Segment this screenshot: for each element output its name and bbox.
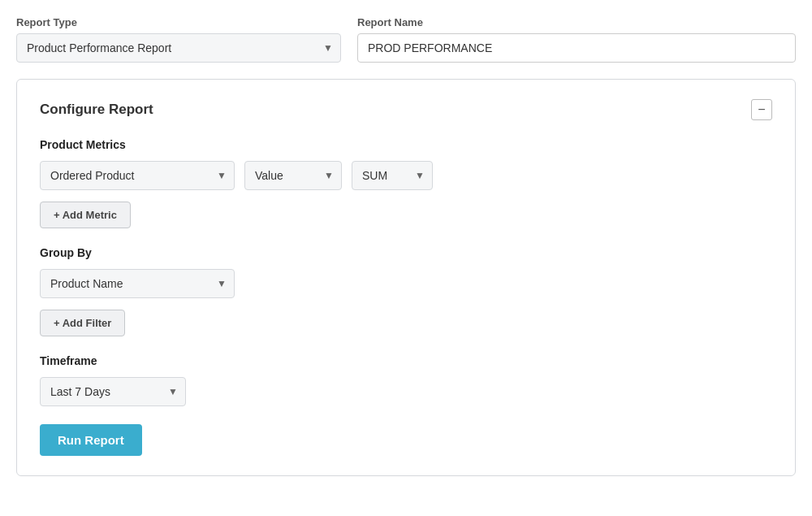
value-select-wrapper: Value Units Orders ▼ [244,161,342,190]
collapse-button[interactable]: − [751,99,772,120]
report-type-select-wrapper: Product Performance Report ▼ [16,33,341,63]
report-name-group: Report Name [357,16,796,63]
agg-select[interactable]: SUM AVG COUNT [352,161,433,190]
group-by-section: Group By Product Name ASIN SKU ▼ + Add F… [40,246,772,336]
group-by-select[interactable]: Product Name ASIN SKU [40,269,235,298]
configure-title: Configure Report [40,102,153,118]
product-metrics-label: Product Metrics [40,138,772,151]
timeframe-select-wrapper: Last 7 Days Last 14 Days Last 30 Days La… [40,377,186,406]
configure-card-header: Configure Report − [40,99,772,120]
run-report-button[interactable]: Run Report [40,424,142,456]
group-by-label: Group By [40,246,772,259]
group-by-select-wrapper: Product Name ASIN SKU ▼ [40,269,235,298]
configure-card: Configure Report − Product Metrics Order… [16,79,796,476]
value-select[interactable]: Value Units Orders [244,161,342,190]
product-metrics-section: Product Metrics Ordered Product Shipped … [40,138,772,228]
report-type-group: Report Type Product Performance Report ▼ [16,16,341,63]
timeframe-select[interactable]: Last 7 Days Last 14 Days Last 30 Days La… [40,377,186,406]
report-type-select[interactable]: Product Performance Report [16,33,341,63]
add-filter-button[interactable]: + Add Filter [40,310,125,336]
timeframe-label: Timeframe [40,354,772,367]
agg-select-wrapper: SUM AVG COUNT ▼ [352,161,433,190]
top-row: Report Type Product Performance Report ▼… [16,16,796,63]
metric-select[interactable]: Ordered Product Shipped Product Returned… [40,161,235,190]
report-type-label: Report Type [16,16,341,28]
metric-select-wrapper: Ordered Product Shipped Product Returned… [40,161,235,190]
timeframe-section: Timeframe Last 7 Days Last 14 Days Last … [40,354,772,406]
page-wrapper: Report Type Product Performance Report ▼… [0,0,812,492]
report-name-input[interactable] [357,33,796,63]
collapse-icon: − [758,103,765,116]
report-name-label: Report Name [357,16,796,28]
metrics-row: Ordered Product Shipped Product Returned… [40,161,772,190]
add-metric-button[interactable]: + Add Metric [40,202,131,228]
